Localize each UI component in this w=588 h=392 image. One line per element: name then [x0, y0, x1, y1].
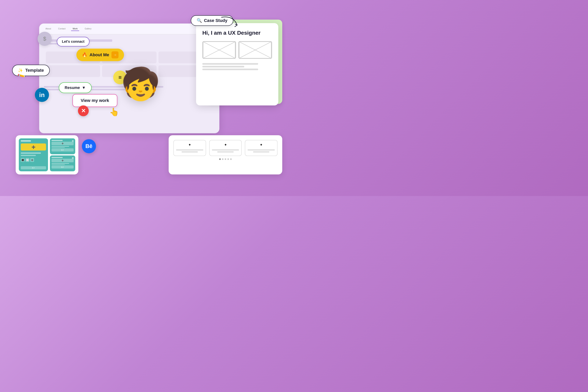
- ci-line-4: [217, 151, 234, 152]
- mini-row-2: [51, 147, 65, 148]
- fire-icon: 🔥: [82, 52, 87, 58]
- ci-line-1: [176, 149, 203, 150]
- view-work-pill[interactable]: View my work: [72, 94, 117, 107]
- arrow-decoration: [218, 13, 241, 33]
- nav-contact: Contact: [57, 27, 67, 31]
- nav-about: About: [44, 27, 53, 31]
- behance-icon: Bē: [85, 143, 92, 149]
- resume-label: Resume: [65, 86, 80, 90]
- svg-line-3: [239, 42, 272, 58]
- resume-pill[interactable]: Resume ▼: [59, 82, 92, 93]
- search-icon: 🔍: [197, 18, 202, 23]
- wf-cell-4: [46, 65, 100, 77]
- dollar-icon: $: [43, 36, 46, 42]
- svg-line-1: [203, 42, 236, 58]
- mini-line-1: [51, 140, 63, 141]
- wf-line-3: [202, 68, 258, 70]
- ci-lines-1: [176, 148, 203, 153]
- close-button[interactable]: ✕: [78, 106, 89, 116]
- dropdown-icon: ▼: [82, 86, 86, 90]
- about-me-pill[interactable]: 🔥 About Me →: [76, 48, 124, 61]
- carousel-item-3: ✦: [245, 140, 278, 156]
- template-label: Template: [25, 68, 44, 73]
- nav-gallery: Gallery: [83, 27, 93, 31]
- dot-1: [219, 158, 221, 160]
- dot-4: [227, 158, 229, 160]
- portfolio-mini-1: ✕ ➕ BUY: [50, 138, 75, 154]
- mini-row-4: [51, 164, 65, 165]
- svg-line-0: [203, 42, 236, 58]
- p-line-1: [21, 152, 41, 154]
- cursor-hand-icon: 👆: [109, 108, 119, 116]
- portfolio-header-1: [21, 140, 46, 142]
- dot-5: [230, 158, 232, 160]
- carousel-items: ✦ ✦ ✦: [173, 140, 278, 156]
- wireframe-nav: About Contact Work Gallery: [39, 24, 219, 34]
- ci-lines-2: [212, 148, 239, 153]
- portfolio-mini-2: ✕ ➕ BUY: [50, 156, 75, 171]
- mini-img-2: ➕: [51, 159, 74, 162]
- sparkle-icon-2: ✦: [224, 143, 227, 147]
- p-icon-1: ⬛: [21, 158, 25, 162]
- linkedin-circle[interactable]: in: [35, 88, 49, 102]
- p-line-2: [21, 155, 36, 156]
- mini-line-2: [51, 157, 63, 158]
- p-buy-btn-2[interactable]: BUY: [51, 148, 74, 152]
- carousel-card: ✦ ✦ ✦: [169, 135, 282, 174]
- wireframe-images: [202, 41, 272, 59]
- hero-card: Hi, I am a UX Designer: [196, 23, 278, 106]
- p-header-line-1: [21, 140, 31, 142]
- portfolio-card: ➕ ⬛ ⬜ ➕ BUY ✕ ➕ BUY ✕ ➕: [16, 135, 78, 174]
- about-me-arrow-btn[interactable]: →: [111, 51, 118, 58]
- wf-line-2: [202, 66, 244, 68]
- view-work-label: View my work: [81, 98, 109, 103]
- linkedin-icon: in: [39, 91, 45, 98]
- ci-line-6: [253, 151, 269, 152]
- main-scene: About Contact Work Gallery: [0, 0, 294, 196]
- p-buy-btn-1[interactable]: BUY: [21, 166, 46, 169]
- mini-row-1: [51, 146, 69, 147]
- mini-close-1[interactable]: ✕: [71, 139, 74, 143]
- ci-line-5: [248, 149, 275, 150]
- wireframe-img-2: [238, 41, 272, 59]
- p-icon-2: ⬜: [25, 158, 29, 162]
- carousel-dots: [173, 158, 278, 160]
- carousel-item-2: ✦: [209, 140, 242, 156]
- svg-rect-5: [239, 42, 272, 58]
- mini-row-3: [51, 163, 69, 164]
- carousel-item-1: ✦: [173, 140, 206, 156]
- p-buy-btn-3[interactable]: BUY: [51, 166, 74, 168]
- lets-connect-label: Let's connact: [62, 40, 84, 44]
- about-me-label: About Me: [89, 52, 109, 58]
- wireframe-img-1: [202, 41, 236, 59]
- sparkle-icon-1: ✦: [188, 143, 191, 147]
- ci-line-2: [182, 151, 198, 152]
- svg-rect-2: [203, 42, 236, 58]
- close-icon: ✕: [81, 108, 86, 114]
- portfolio-mini-col: ✕ ➕ BUY ✕ ➕ BUY: [50, 138, 75, 171]
- wf-line-1: [202, 63, 258, 65]
- behance-circle[interactable]: Bē: [82, 139, 96, 153]
- dollar-circle: $: [38, 32, 52, 46]
- arrow-icon: →: [113, 53, 117, 57]
- portfolio-item-1: ➕ ⬛ ⬜ ➕ BUY: [19, 138, 48, 171]
- avatar-emoji: 🧒: [121, 68, 160, 100]
- svg-line-4: [239, 42, 272, 58]
- nav-work: Work: [71, 27, 79, 31]
- mini-img-1: ➕: [51, 142, 74, 145]
- sparkle-icon-3: ✦: [260, 143, 263, 147]
- ci-lines-3: [248, 148, 275, 153]
- wireframe-lines: [202, 62, 272, 71]
- dot-2: [222, 158, 224, 160]
- dot-3: [225, 158, 226, 160]
- ci-line-3: [212, 149, 239, 150]
- p-icon-3: ➕: [30, 158, 34, 162]
- lets-connect-pill[interactable]: Let's connact: [57, 37, 89, 46]
- mini-close-2[interactable]: ✕: [71, 156, 74, 160]
- p-yellow-box: ➕: [21, 144, 46, 150]
- p-icons: ⬛ ⬜ ➕: [21, 158, 46, 162]
